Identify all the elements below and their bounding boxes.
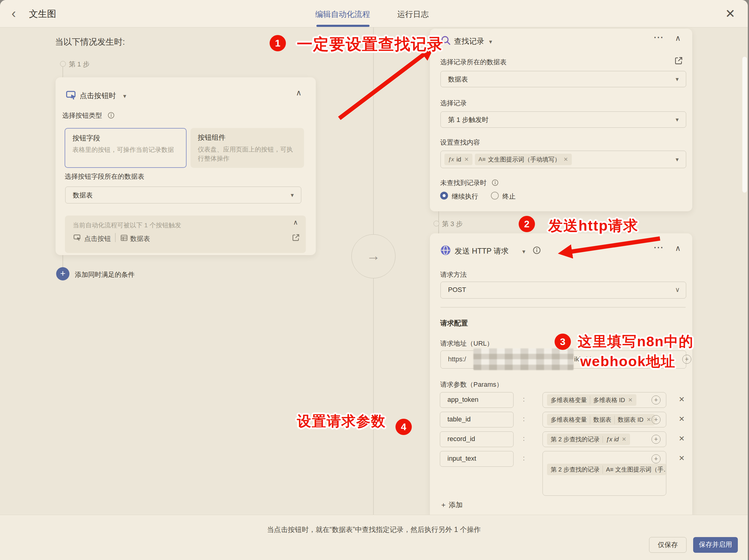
- radio-continue-label[interactable]: 继续执行: [452, 192, 478, 201]
- chevron-down-icon[interactable]: ▾: [489, 38, 492, 45]
- chevron-down-icon[interactable]: ▾: [123, 92, 126, 100]
- option-title: 按钮字段: [72, 133, 100, 143]
- add-param-button[interactable]: ＋ 添加: [440, 500, 463, 510]
- lookup-table-select[interactable]: 数据表 ▾: [441, 71, 686, 87]
- back-icon[interactable]: ‹: [12, 4, 16, 22]
- http-title[interactable]: 发送 HTTP 请求: [455, 246, 509, 256]
- param-key-input[interactable]: record_id: [440, 431, 514, 447]
- flow-arrow-circle: →: [351, 234, 395, 278]
- table-select[interactable]: 数据表 ▾: [65, 187, 301, 203]
- insert-variable-icon[interactable]: +: [651, 435, 661, 444]
- param-value-box[interactable]: 第 2 步查找的记录 A≡ 文生图提示词（手… +: [542, 451, 666, 496]
- record-source-select[interactable]: 第 1 步触发时 ▾: [441, 111, 686, 128]
- variable-chip[interactable]: 第 2 步查找的记录 ƒx id ✕: [547, 433, 630, 445]
- param-key-input[interactable]: table_id: [440, 412, 514, 428]
- insert-variable-icon[interactable]: +: [651, 415, 661, 424]
- colon-separator: :: [523, 415, 525, 423]
- summary-table-name[interactable]: 数据表: [130, 234, 150, 243]
- radio-stop[interactable]: [491, 192, 499, 199]
- external-link-icon[interactable]: [675, 57, 683, 65]
- remove-chip-icon[interactable]: ✕: [464, 156, 469, 163]
- insert-variable-icon[interactable]: +: [682, 355, 691, 364]
- filter-fields-select[interactable]: ƒx id ✕ A≡ 文生图提示词（手动填写） ✕ ▾: [441, 151, 686, 168]
- connector-line: [63, 255, 63, 267]
- filter-chip-prompt[interactable]: A≡ 文生图提示词（手动填写） ✕: [475, 154, 572, 165]
- automation-summary: 当点击按钮时，就在“数据表”中查找指定记录，然后执行另外 1 个操作: [0, 525, 748, 534]
- remove-chip-icon[interactable]: ✕: [628, 397, 633, 403]
- url-label: 请求地址（URL）: [440, 339, 493, 348]
- chip-part: ƒx id: [603, 436, 619, 443]
- param-key-input[interactable]: input_text: [440, 451, 514, 467]
- param-value-box[interactable]: 多维表格变量 数据表 数据表 ID ✕ +: [542, 412, 666, 428]
- more-menu-icon[interactable]: ⋯: [653, 241, 664, 253]
- summary-title: 当前自动化流程可被以下 1 个按钮触发: [73, 221, 181, 230]
- add-condition-label[interactable]: 添加同时满足的条件: [75, 270, 135, 279]
- globe-icon: [440, 245, 451, 256]
- select-record-label: 选择记录: [440, 99, 467, 108]
- option-desc: 仪表盘、应用页面上的按钮，可执行整体操作: [198, 145, 295, 163]
- save-only-button[interactable]: 仅保存: [649, 537, 686, 553]
- colon-separator: :: [523, 435, 525, 443]
- external-link-icon[interactable]: [292, 234, 300, 241]
- trigger-title[interactable]: 点击按钮时: [80, 91, 116, 101]
- collapse-icon[interactable]: ∧: [675, 34, 681, 43]
- close-icon[interactable]: ✕: [725, 7, 735, 21]
- add-condition-button[interactable]: +: [56, 267, 69, 280]
- option-button-field[interactable]: 按钮字段 表格里的按钮，可操作当前记录数据: [65, 128, 187, 168]
- button-type-label: 选择按钮类型: [62, 111, 102, 120]
- filter-chip-id[interactable]: ƒx id ✕: [444, 154, 472, 165]
- method-select[interactable]: POST ∨: [441, 282, 686, 299]
- plus-icon: +: [654, 455, 658, 462]
- param-value-box[interactable]: 第 2 步查找的记录 ƒx id ✕ +: [542, 431, 666, 447]
- chevron-down-icon[interactable]: ▾: [522, 248, 525, 255]
- remove-chip-icon[interactable]: ✕: [647, 416, 651, 423]
- collapse-icon[interactable]: ∧: [675, 244, 681, 253]
- top-bar: ‹ 文生图 编辑自动化流程 运行日志 ✕: [0, 0, 748, 27]
- request-config-label: 请求配置: [440, 319, 468, 328]
- insert-variable-icon[interactable]: +: [651, 454, 661, 464]
- delete-param-icon[interactable]: ✕: [679, 434, 685, 443]
- formula-icon: ƒx: [448, 156, 454, 163]
- radio-stop-label[interactable]: 终止: [502, 192, 516, 201]
- button-click-icon: [66, 90, 77, 100]
- delete-param-icon[interactable]: ✕: [679, 454, 685, 462]
- radio-continue[interactable]: [440, 192, 448, 199]
- insert-variable-icon[interactable]: +: [651, 395, 661, 405]
- remove-chip-icon[interactable]: ✕: [564, 156, 568, 163]
- summary-button-name[interactable]: 点击按钮: [84, 234, 111, 243]
- save-and-enable-button[interactable]: 保存并启用: [693, 537, 738, 553]
- variable-chip[interactable]: 多维表格变量 多维表格 ID ✕: [547, 394, 636, 406]
- when-heading: 当以下情况发生时:: [55, 36, 125, 48]
- option-button-widget[interactable]: 按钮组件 仪表盘、应用页面上的按钮，可执行整体操作: [191, 128, 304, 168]
- active-tab-underline: [316, 25, 369, 27]
- lookup-title[interactable]: 查找记录: [454, 36, 484, 46]
- collapse-icon[interactable]: ∧: [293, 219, 298, 227]
- chip-part: 第 2 步查找的记录: [551, 435, 600, 444]
- button-click-icon: [73, 234, 81, 241]
- param-value-box[interactable]: 多维表格变量 多维表格 ID ✕ +: [542, 392, 666, 408]
- tab-edit-automation[interactable]: 编辑自动化流程: [315, 9, 370, 20]
- collapse-icon[interactable]: ∧: [296, 88, 302, 98]
- chip-part: 多维表格 ID: [590, 396, 625, 404]
- info-icon: [491, 179, 499, 186]
- chip-part: 数据表 ID: [614, 416, 644, 424]
- more-menu-icon[interactable]: ⋯: [653, 31, 664, 43]
- param-key: input_text: [447, 455, 476, 462]
- chip-part: 多维表格变量: [551, 416, 587, 424]
- variable-chip[interactable]: 第 2 步查找的记录 A≡ 文生图提示词（手…: [547, 464, 666, 475]
- param-key-input[interactable]: app_token: [440, 392, 514, 408]
- remove-chip-icon[interactable]: ✕: [622, 436, 626, 443]
- param-key: record_id: [447, 435, 475, 443]
- url-prefix: https:/: [448, 355, 466, 363]
- variable-chip[interactable]: 多维表格变量 数据表 数据表 ID ✕: [547, 414, 655, 425]
- delete-param-icon[interactable]: ✕: [679, 415, 685, 423]
- annotation-text-2: 发送http请求: [548, 216, 639, 235]
- plus-icon: +: [685, 355, 689, 363]
- tab-run-logs[interactable]: 运行日志: [397, 9, 429, 20]
- annotation-badge-2: 2: [519, 216, 535, 232]
- scrollbar-thumb[interactable]: [742, 57, 747, 193]
- button-table-label: 选择按钮字段所在的数据表: [65, 172, 144, 181]
- delete-param-icon[interactable]: ✕: [679, 395, 685, 404]
- automation-editor-modal: ‹ 文生图 编辑自动化流程 运行日志 ✕ 当以下情况发生时: 第 1 步 → 点…: [0, 0, 748, 560]
- filter-content-label: 设置查找内容: [440, 138, 480, 147]
